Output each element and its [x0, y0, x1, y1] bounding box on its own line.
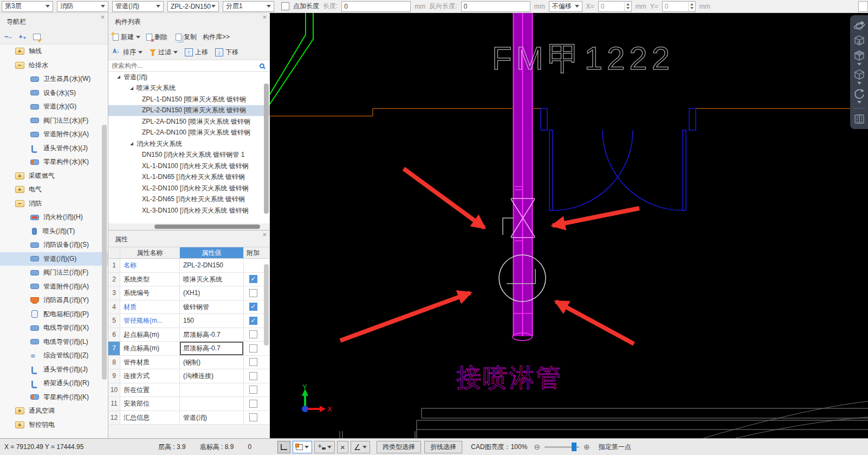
sidebar-item[interactable]: 零星构件(水)(K)	[0, 155, 108, 169]
filter-button[interactable]: 过滤	[150, 48, 178, 57]
floor-dropdown[interactable]: 第3层	[2, 1, 53, 12]
ortho-mode-button[interactable]	[277, 441, 290, 453]
layer-dropdown[interactable]: 分层1	[223, 1, 274, 12]
expand-triangle-icon[interactable]	[130, 142, 133, 145]
cross-select-button[interactable]: ×	[337, 441, 348, 453]
x-offset-stepper[interactable]	[598, 1, 632, 12]
search-icon[interactable]	[260, 63, 264, 68]
brightness-minus-icon[interactable]: ⊖	[534, 443, 540, 451]
delete-button[interactable]: 删除	[146, 33, 167, 42]
attach-checkbox[interactable]	[249, 386, 257, 394]
component-tree-item[interactable]: ZPL-2A-DN100 [喷淋灭火系统 镀锌钢	[108, 127, 270, 139]
display-settings-icon[interactable]	[852, 112, 866, 126]
component-scrollbar[interactable]	[264, 84, 269, 214]
close-icon[interactable]: ×	[262, 14, 267, 21]
copy-button[interactable]: 复制	[176, 33, 197, 42]
collapse-all-icon[interactable]: −₋	[4, 33, 12, 41]
property-value[interactable]: 喷淋灭火系统	[180, 273, 244, 286]
component-tree-item[interactable]: XL-2-DN100 [消火栓灭火系统 镀锌钢	[108, 183, 270, 194]
sidebar-item[interactable]: 阀门法兰(消)(F)	[0, 266, 108, 280]
component-tree-item[interactable]: 喷淋灭火系统	[108, 83, 270, 94]
attach-checkbox[interactable]	[249, 289, 257, 297]
sidebar-item[interactable]: 零星构件(消)(K)	[0, 390, 108, 405]
y-offset-input[interactable]	[663, 3, 688, 10]
sidebar-item[interactable]: 管道(消)(G)	[0, 252, 108, 266]
length-input[interactable]	[341, 1, 411, 12]
sidebar-item[interactable]: 消火栓(消)(H)	[0, 210, 108, 225]
window-select-button[interactable]	[293, 441, 312, 453]
orbit-view-icon[interactable]	[852, 18, 866, 33]
attach-checkbox[interactable]	[249, 317, 257, 325]
define-component-icon[interactable]	[33, 34, 41, 40]
property-value[interactable]: 150	[180, 314, 244, 328]
sidebar-item[interactable]: 通头管件(水)(J)	[0, 142, 108, 156]
property-value[interactable]: 层顶标高-0.7	[180, 342, 244, 355]
sidebar-item[interactable]: 轴线	[0, 44, 108, 59]
attach-checkbox[interactable]	[249, 400, 257, 408]
property-value[interactable]: (钢制)	[180, 356, 244, 369]
specialty-dropdown[interactable]: 消防	[57, 1, 108, 12]
attach-checkbox[interactable]	[249, 344, 257, 353]
cross-type-select-button[interactable]: 跨类型选择	[377, 441, 421, 453]
sidebar-item[interactable]: 管道(水)(G)	[0, 100, 108, 114]
offset-dropdown[interactable]: 不偏移	[549, 1, 582, 12]
sidebar-item[interactable]: 消防	[0, 197, 108, 211]
sidebar-item[interactable]: 消防器具(消)(Y)	[0, 293, 108, 307]
attach-checkbox[interactable]	[249, 413, 257, 421]
sidebar-item[interactable]: 管道附件(水)(A)	[0, 127, 108, 142]
property-value[interactable]: (沟槽连接)	[180, 369, 244, 383]
horizontal-scrollbar[interactable]	[108, 223, 270, 230]
sidebar-item[interactable]: 通风空调	[0, 404, 108, 418]
property-value[interactable]	[180, 397, 244, 411]
sidebar-item[interactable]: 智控弱电	[0, 418, 108, 432]
isometric-view-icon[interactable]	[852, 49, 866, 63]
x-offset-input[interactable]	[599, 3, 624, 10]
y-offset-stepper[interactable]	[662, 1, 696, 12]
brightness-plus-icon[interactable]: ⊕	[584, 443, 590, 451]
property-value[interactable]	[180, 383, 244, 397]
sidebar-item[interactable]: 电气	[0, 183, 108, 197]
attach-checkbox[interactable]	[249, 358, 257, 366]
attach-checkbox[interactable]	[249, 275, 257, 283]
sidebar-item[interactable]: 喷头(消)(T)	[0, 225, 108, 239]
chevron-down-icon[interactable]	[857, 63, 861, 66]
component-tree-item[interactable]: ZPL-1-DN150 [喷淋灭火系统 镀锌钢	[108, 94, 270, 105]
sidebar-item[interactable]: 阀门法兰(水)(F)	[0, 114, 108, 128]
move-down-button[interactable]: ↓ 下移	[215, 48, 238, 57]
chevron-down-icon[interactable]	[857, 101, 861, 104]
expand-triangle-icon[interactable]	[117, 75, 120, 79]
component-dropdown[interactable]: ZPL-2-DN150	[167, 1, 219, 12]
sidebar-item[interactable]: 设备(水)(S)	[0, 86, 108, 100]
sidebar-item[interactable]: 管道附件(消)(A)	[0, 280, 108, 294]
stepper-arrows-icon[interactable]	[624, 2, 631, 11]
attach-checkbox[interactable]	[249, 330, 257, 338]
sidebar-item[interactable]: 电缆导管(消)(L)	[0, 335, 108, 349]
property-value[interactable]: (XH1)	[180, 286, 244, 300]
component-tree-item[interactable]: XL-3-DN100 [消火栓灭火系统 镀锌钢	[108, 205, 270, 216]
point-draw-button[interactable]	[314, 441, 335, 453]
property-value[interactable]: ZPL-2-DN150	[180, 259, 244, 272]
new-button[interactable]: 新建	[113, 33, 140, 42]
cube-view-icon[interactable]	[852, 68, 866, 82]
attach-checkbox[interactable]	[249, 303, 257, 311]
component-tree-item[interactable]: ZPL-2-DN150 [喷淋灭火系统 镀锌钢	[108, 105, 270, 117]
component-library-button[interactable]: 构件库>>	[203, 33, 230, 42]
polyline-select-button[interactable]: 折线选择	[424, 441, 462, 453]
property-value[interactable]: 层顶标高-0.7	[180, 328, 244, 342]
view-3d-icon[interactable]: 3D	[852, 34, 866, 48]
sidebar-item[interactable]: 电线导管(消)(X)	[0, 321, 108, 335]
properties-scrollbar[interactable]	[264, 264, 269, 345]
sidebar-item[interactable]: 采暖燃气	[0, 169, 108, 183]
component-tree-item[interactable]: XL-1-DN100 [消火栓灭火系统 镀锌钢	[108, 161, 270, 172]
attach-checkbox[interactable]	[249, 372, 257, 380]
stepper-arrows-icon[interactable]	[688, 2, 695, 11]
reverse-length-input[interactable]	[461, 1, 530, 12]
chevron-down-icon[interactable]	[857, 82, 861, 85]
component-tree-item[interactable]: 管道(消)	[108, 72, 270, 83]
sidebar-item[interactable]: 卫生器具(水)(W)	[0, 72, 108, 86]
component-tree-item[interactable]: XL-1-DN65 [消火栓灭火系统 镀锌钢	[108, 172, 270, 183]
move-up-button[interactable]: ↑ 上移	[185, 48, 208, 57]
component-tree-item[interactable]: 消火栓灭火系统	[108, 138, 270, 150]
nav-scrollbar[interactable]	[102, 125, 107, 380]
close-icon[interactable]: ×	[262, 231, 267, 238]
